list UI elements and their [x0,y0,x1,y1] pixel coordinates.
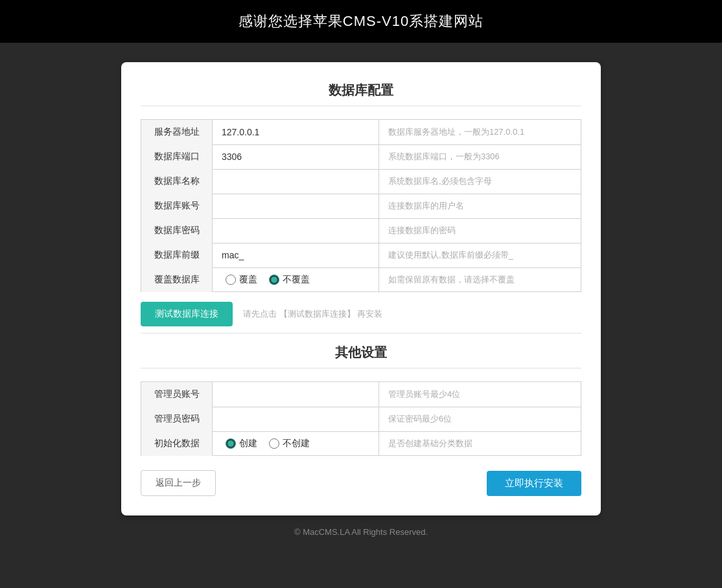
cover-radio-yes[interactable] [226,275,236,285]
cover-db-row: 覆盖数据库 覆盖 不覆盖 如需保留原有数据，请选择不覆盖 [141,267,581,292]
page-footer: © MacCMS.LA All Rights Reserved. [294,515,428,543]
db-section-title: 数据库配置 [141,82,581,106]
db-port-label: 数据库端口 [141,144,213,169]
db-password-label: 数据库密码 [141,218,213,243]
test-hint: 请先点击 【测试数据库连接】 再安装 [243,308,382,320]
init-data-hint: 是否创建基础分类数据 [378,431,581,456]
admin-password-label: 管理员密码 [141,407,213,431]
admin-password-hint: 保证密码最少6位 [378,407,581,431]
cover-radio-no[interactable] [269,275,279,285]
server-address-row: 服务器地址 数据库服务器地址，一般为127.0.0.1 [141,120,581,145]
db-account-hint: 连接数据库的用户名 [378,194,581,218]
cover-option-yes[interactable]: 覆盖 [226,274,257,286]
db-password-hint: 连接数据库的密码 [378,218,581,243]
init-option-no-create[interactable]: 不创建 [269,438,310,449]
init-data-radios: 创建 不创建 [213,431,378,456]
db-port-hint: 系统数据库端口，一般为3306 [378,144,581,169]
db-password-input-wrapper [213,219,378,242]
page-header: 感谢您选择苹果CMS-V10系搭建网站 [0,0,722,43]
admin-account-label: 管理员账号 [141,382,213,407]
init-data-row: 初始化数据 创建 不创建 是否创建基础分类数据 [141,431,581,456]
cover-option-no[interactable]: 不覆盖 [269,274,310,286]
test-btn-row: 测试数据库连接 请先点击 【测试数据库连接】 再安装 [141,302,581,326]
admin-password-input[interactable] [219,407,372,431]
cover-db-hint: 如需保留原有数据，请选择不覆盖 [378,267,581,292]
server-address-input-wrapper [213,120,378,144]
admin-account-hint: 管理员账号最少4位 [378,382,581,407]
init-radio-no-create[interactable] [269,438,279,449]
init-option-create-label: 创建 [239,438,257,449]
install-button[interactable]: 立即执行安装 [487,471,581,496]
section-divider [141,333,581,334]
cover-option-yes-label: 覆盖 [239,274,257,286]
db-prefix-input[interactable] [219,243,372,267]
db-prefix-row: 数据库前缀 建议使用默认,数据库前缀必须带_ [141,243,581,268]
init-radio-create[interactable] [226,438,236,449]
db-port-row: 数据库端口 系统数据库端口，一般为3306 [141,144,581,170]
cover-radio-group: 覆盖 不覆盖 [219,267,372,292]
server-address-hint: 数据库服务器地址，一般为127.0.0.1 [378,120,581,144]
db-prefix-hint: 建议使用默认,数据库前缀必须带_ [378,243,581,267]
db-account-input[interactable] [219,194,372,218]
admin-account-input-wrapper [213,383,378,406]
server-address-input[interactable] [219,120,372,144]
init-data-label: 初始化数据 [141,431,213,456]
other-section-title: 其他设置 [141,344,581,368]
admin-account-row: 管理员账号 管理员账号最少4位 [141,382,581,407]
db-port-input-wrapper [213,145,378,168]
cover-db-radios: 覆盖 不覆盖 [213,267,378,292]
server-address-label: 服务器地址 [141,120,213,144]
db-name-label: 数据库名称 [141,169,213,194]
init-option-create[interactable]: 创建 [226,438,257,449]
db-account-row: 数据库账号 连接数据库的用户名 [141,194,581,219]
header-title: 感谢您选择苹果CMS-V10系搭建网站 [239,13,483,29]
db-name-row: 数据库名称 系统数据库名,必须包含字母 [141,169,581,194]
db-name-hint: 系统数据库名,必须包含字母 [378,169,581,194]
db-fields-group: 服务器地址 数据库服务器地址，一般为127.0.0.1 数据库端口 系统数据库端… [141,119,581,292]
db-port-input[interactable] [219,145,372,168]
main-background: 数据库配置 服务器地址 数据库服务器地址，一般为127.0.0.1 数据库端口 … [0,43,722,588]
db-name-input[interactable] [219,170,372,193]
db-name-input-wrapper [213,170,378,193]
db-account-label: 数据库账号 [141,194,213,218]
db-prefix-label: 数据库前缀 [141,243,213,267]
main-card: 数据库配置 服务器地址 数据库服务器地址，一般为127.0.0.1 数据库端口 … [121,62,601,515]
admin-password-input-wrapper [213,407,378,431]
other-fields-group: 管理员账号 管理员账号最少4位 管理员密码 保证密码最少6位 初始化数据 [141,381,581,456]
back-button[interactable]: 返回上一步 [141,470,216,496]
footer-actions: 返回上一步 立即执行安装 [141,470,581,496]
cover-db-label: 覆盖数据库 [141,267,213,292]
admin-account-input[interactable] [219,383,372,406]
db-prefix-input-wrapper [213,243,378,267]
cover-option-no-label: 不覆盖 [283,274,310,286]
db-password-input[interactable] [219,219,372,242]
db-password-row: 数据库密码 连接数据库的密码 [141,218,581,243]
init-option-no-create-label: 不创建 [283,438,310,449]
db-account-input-wrapper [213,194,378,218]
init-radio-group: 创建 不创建 [219,431,372,456]
admin-password-row: 管理员密码 保证密码最少6位 [141,407,581,432]
test-db-button[interactable]: 测试数据库连接 [141,302,233,326]
copyright-text: © MacCMS.LA All Rights Reserved. [294,527,428,537]
